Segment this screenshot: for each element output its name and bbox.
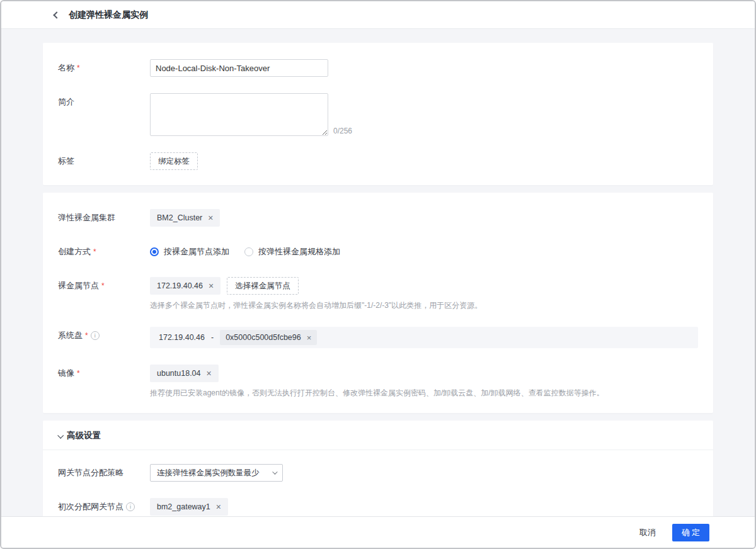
gateway-node-tag-text: bm2_gateway1 bbox=[157, 502, 210, 511]
radio-label: 按裸金属节点添加 bbox=[164, 246, 229, 258]
gateway-policy-label: 网关节点分配策略 bbox=[58, 464, 150, 482]
node-tag-text: 172.19.40.46 bbox=[157, 281, 203, 290]
description-textarea[interactable] bbox=[150, 93, 328, 136]
remove-icon[interactable]: × bbox=[216, 502, 221, 511]
required-mark: * bbox=[77, 365, 80, 382]
name-control bbox=[150, 59, 698, 77]
create-bare-metal-instance-page: 创建弹性裸金属实例 名称 * 简介 bbox=[0, 0, 756, 549]
back-icon[interactable] bbox=[53, 11, 60, 18]
cluster-tag-text: BM2_Cluster bbox=[157, 213, 202, 222]
description-label-text: 简介 bbox=[58, 93, 74, 111]
tags-row: 标签 绑定标签 bbox=[58, 152, 698, 170]
image-control: ubuntu18.04 × 推荐使用已安装agent的镜像，否则无法执行打开控制… bbox=[150, 365, 698, 398]
gateway-node-row: 初次分配网关节点 i bm2_gateway1 × bbox=[58, 498, 698, 516]
cluster-label: 弹性裸金属集群 bbox=[58, 209, 150, 227]
create-mode-row: 创建方式 * 按裸金属节点添加 按弹性裸金属规格添加 bbox=[58, 243, 698, 261]
gateway-policy-control: 连接弹性裸金属实例数量最少 bbox=[150, 464, 698, 482]
bind-tag-button[interactable]: 绑定标签 bbox=[150, 152, 198, 170]
gateway-node-tag: bm2_gateway1 × bbox=[150, 498, 228, 516]
system-disk-tag-text: 0x5000c500d5fcbe96 bbox=[226, 333, 301, 342]
gateway-policy-row: 网关节点分配策略 连接弹性裸金属实例数量最少 bbox=[58, 464, 698, 482]
node-row: 裸金属节点 * 172.19.40.46 × 选择裸金属节点 选择多个裸金属节点… bbox=[58, 277, 698, 310]
radio-option-by-spec[interactable]: 按弹性裸金属规格添加 bbox=[244, 246, 340, 258]
image-hint: 推荐使用已安装agent的镜像，否则无法执行打开控制台、修改弹性裸金属实例密码、… bbox=[150, 388, 698, 398]
node-control: 172.19.40.46 × 选择裸金属节点 选择多个裸金属节点时，弹性裸金属实… bbox=[150, 277, 698, 310]
name-input[interactable] bbox=[150, 59, 328, 77]
gateway-node-control: bm2_gateway1 × bbox=[150, 498, 698, 516]
radio-label: 按弹性裸金属规格添加 bbox=[258, 246, 340, 258]
required-mark: * bbox=[93, 243, 96, 261]
cancel-button[interactable]: 取消 bbox=[634, 523, 661, 542]
cluster-control: BM2_Cluster × bbox=[150, 209, 698, 227]
node-tag: 172.19.40.46 × bbox=[150, 277, 220, 295]
name-label: 名称 * bbox=[58, 59, 150, 77]
system-disk-bar: 172.19.40.46 - 0x5000c500d5fcbe96 × bbox=[150, 327, 698, 348]
image-tag: ubuntu18.04 × bbox=[150, 365, 219, 382]
system-disk-row: 系统盘 * i 172.19.40.46 - 0x5000c500d5fcbe9… bbox=[58, 327, 698, 348]
radio-icon bbox=[150, 247, 159, 256]
config-card: 弹性裸金属集群 BM2_Cluster × 创建方式 * bbox=[43, 193, 713, 413]
basic-info-card: 名称 * 简介 0/256 bbox=[43, 43, 713, 185]
gateway-policy-value: 连接弹性裸金属实例数量最少 bbox=[157, 468, 260, 478]
node-hint: 选择多个裸金属节点时，弹性裸金属实例名称将会自动增加后缀"-1/-2/-3"以此… bbox=[150, 300, 698, 310]
advanced-settings-toggle[interactable]: 高级设置 bbox=[43, 421, 713, 450]
system-disk-label-text: 系统盘 bbox=[58, 327, 83, 344]
required-mark: * bbox=[85, 327, 88, 344]
create-mode-label-text: 创建方式 bbox=[58, 243, 91, 261]
image-label: 镜像 * bbox=[58, 365, 150, 398]
confirm-button[interactable]: 确定 bbox=[672, 524, 709, 541]
required-mark: * bbox=[101, 277, 105, 295]
create-mode-control: 按裸金属节点添加 按弹性裸金属规格添加 bbox=[150, 243, 698, 261]
system-disk-separator: - bbox=[211, 333, 214, 342]
remove-icon[interactable]: × bbox=[209, 281, 214, 290]
create-mode-radio-group: 按裸金属节点添加 按弹性裸金属规格添加 bbox=[150, 243, 698, 261]
remove-icon[interactable]: × bbox=[208, 213, 213, 222]
tags-label-text: 标签 bbox=[58, 152, 74, 170]
description-control: 0/256 bbox=[150, 93, 698, 136]
remove-icon[interactable]: × bbox=[307, 334, 312, 342]
action-bar: 取消 确定 bbox=[1, 516, 755, 548]
image-label-text: 镜像 bbox=[58, 365, 74, 382]
image-row: 镜像 * ubuntu18.04 × 推荐使用已安装agent的镜像，否则无法执… bbox=[58, 365, 698, 398]
page-title: 创建弹性裸金属实例 bbox=[69, 9, 148, 21]
info-icon[interactable]: i bbox=[91, 331, 100, 340]
tags-label: 标签 bbox=[58, 152, 150, 170]
cluster-label-text: 弹性裸金属集群 bbox=[58, 209, 115, 227]
gateway-node-label-text: 初次分配网关节点 bbox=[58, 498, 123, 516]
radio-icon bbox=[244, 247, 253, 256]
create-mode-label: 创建方式 * bbox=[58, 243, 150, 261]
image-tag-text: ubuntu18.04 bbox=[157, 369, 201, 378]
description-row: 简介 0/256 bbox=[58, 93, 698, 136]
cluster-tag: BM2_Cluster × bbox=[150, 209, 220, 227]
chevron-down-icon bbox=[272, 469, 277, 474]
system-disk-label: 系统盘 * i bbox=[58, 327, 150, 348]
name-label-text: 名称 bbox=[58, 59, 74, 77]
page-content: 名称 * 简介 0/256 bbox=[1, 29, 755, 516]
select-node-button[interactable]: 选择裸金属节点 bbox=[227, 277, 299, 295]
remove-icon[interactable]: × bbox=[207, 369, 212, 378]
chevron-down-icon bbox=[57, 432, 64, 438]
advanced-settings-body: 网关节点分配策略 连接弹性裸金属实例数量最少 初次分配网关节点 i bbox=[43, 450, 713, 516]
advanced-settings-title: 高级设置 bbox=[67, 430, 101, 441]
info-icon[interactable]: i bbox=[126, 502, 135, 511]
gateway-policy-label-text: 网关节点分配策略 bbox=[58, 464, 123, 482]
node-label: 裸金属节点 * bbox=[58, 277, 150, 310]
node-label-text: 裸金属节点 bbox=[58, 277, 99, 295]
description-label: 简介 bbox=[58, 93, 150, 136]
system-disk-control: 172.19.40.46 - 0x5000c500d5fcbe96 × bbox=[150, 327, 698, 348]
system-disk-node-ip: 172.19.40.46 bbox=[159, 333, 205, 342]
gateway-node-label: 初次分配网关节点 i bbox=[58, 498, 150, 516]
system-disk-tag: 0x5000c500d5fcbe96 × bbox=[220, 330, 317, 345]
required-mark: * bbox=[77, 59, 80, 77]
cluster-row: 弹性裸金属集群 BM2_Cluster × bbox=[58, 209, 698, 227]
char-counter: 0/256 bbox=[333, 126, 352, 136]
radio-option-by-node[interactable]: 按裸金属节点添加 bbox=[150, 246, 229, 258]
gateway-policy-select[interactable]: 连接弹性裸金属实例数量最少 bbox=[150, 464, 283, 482]
name-row: 名称 * bbox=[58, 59, 698, 77]
page-header: 创建弹性裸金属实例 bbox=[1, 1, 755, 29]
advanced-settings-card: 高级设置 网关节点分配策略 连接弹性裸金属实例数量最少 bbox=[43, 421, 713, 516]
tags-control: 绑定标签 bbox=[150, 152, 698, 170]
